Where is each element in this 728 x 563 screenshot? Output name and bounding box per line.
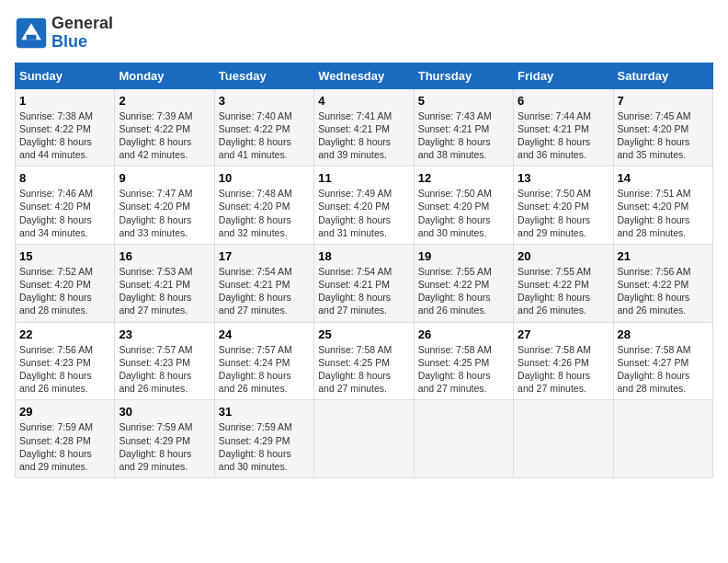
cal-cell: 14Sunrise: 7:51 AM Sunset: 4:20 PM Dayli…: [613, 167, 712, 245]
cell-info: Sunrise: 7:50 AM Sunset: 4:20 PM Dayligh…: [518, 187, 609, 239]
logo: GeneralBlue: [15, 15, 113, 52]
col-header-wednesday: Wednesday: [314, 63, 414, 88]
cal-cell: 1Sunrise: 7:38 AM Sunset: 4:22 PM Daylig…: [16, 88, 115, 167]
cal-cell: 27Sunrise: 7:58 AM Sunset: 4:26 PM Dayli…: [514, 322, 613, 400]
day-number: 8: [19, 171, 110, 185]
cal-cell: 24Sunrise: 7:57 AM Sunset: 4:24 PM Dayli…: [214, 322, 313, 400]
col-header-thursday: Thursday: [414, 63, 513, 88]
day-number: 5: [418, 94, 509, 108]
cell-info: Sunrise: 7:49 AM Sunset: 4:20 PM Dayligh…: [318, 187, 409, 239]
week-row-2: 8Sunrise: 7:46 AM Sunset: 4:20 PM Daylig…: [16, 167, 713, 245]
cal-cell: 8Sunrise: 7:46 AM Sunset: 4:20 PM Daylig…: [16, 167, 115, 245]
cell-info: Sunrise: 7:58 AM Sunset: 4:25 PM Dayligh…: [418, 343, 509, 396]
week-row-1: 1Sunrise: 7:38 AM Sunset: 4:22 PM Daylig…: [16, 88, 713, 167]
cal-cell: 5Sunrise: 7:43 AM Sunset: 4:21 PM Daylig…: [414, 88, 513, 167]
cal-cell: 10Sunrise: 7:48 AM Sunset: 4:20 PM Dayli…: [214, 167, 313, 245]
col-header-tuesday: Tuesday: [214, 63, 313, 88]
cal-cell: 29Sunrise: 7:59 AM Sunset: 4:28 PM Dayli…: [16, 400, 115, 478]
day-number: 3: [219, 94, 310, 108]
cal-cell: 18Sunrise: 7:54 AM Sunset: 4:21 PM Dayli…: [314, 244, 414, 322]
cell-info: Sunrise: 7:53 AM Sunset: 4:21 PM Dayligh…: [119, 265, 210, 317]
cell-info: Sunrise: 7:57 AM Sunset: 4:24 PM Dayligh…: [219, 343, 310, 396]
cell-info: Sunrise: 7:54 AM Sunset: 4:21 PM Dayligh…: [318, 265, 409, 317]
week-row-4: 22Sunrise: 7:56 AM Sunset: 4:23 PM Dayli…: [16, 322, 713, 400]
cal-cell: 30Sunrise: 7:59 AM Sunset: 4:29 PM Dayli…: [115, 400, 214, 478]
col-header-saturday: Saturday: [613, 63, 712, 88]
day-number: 4: [318, 94, 409, 108]
cal-cell: 19Sunrise: 7:55 AM Sunset: 4:22 PM Dayli…: [414, 244, 513, 322]
logo-icon: [15, 17, 48, 50]
cell-info: Sunrise: 7:47 AM Sunset: 4:20 PM Dayligh…: [119, 187, 210, 239]
day-number: 26: [418, 327, 509, 341]
cell-info: Sunrise: 7:44 AM Sunset: 4:21 PM Dayligh…: [518, 109, 609, 162]
day-number: 31: [219, 405, 310, 419]
cell-info: Sunrise: 7:46 AM Sunset: 4:20 PM Dayligh…: [19, 187, 110, 239]
cal-cell: 9Sunrise: 7:47 AM Sunset: 4:20 PM Daylig…: [115, 167, 214, 245]
cell-info: Sunrise: 7:40 AM Sunset: 4:22 PM Dayligh…: [219, 109, 310, 162]
cal-cell: 3Sunrise: 7:40 AM Sunset: 4:22 PM Daylig…: [214, 88, 313, 167]
day-number: 30: [119, 405, 210, 419]
day-number: 11: [318, 171, 409, 185]
day-number: 29: [19, 405, 110, 419]
cell-info: Sunrise: 7:55 AM Sunset: 4:22 PM Dayligh…: [518, 265, 609, 317]
cal-cell: [514, 400, 613, 478]
cal-cell: 22Sunrise: 7:56 AM Sunset: 4:23 PM Dayli…: [16, 322, 115, 400]
cal-cell: 23Sunrise: 7:57 AM Sunset: 4:23 PM Dayli…: [115, 322, 214, 400]
cell-info: Sunrise: 7:54 AM Sunset: 4:21 PM Dayligh…: [219, 265, 310, 317]
week-row-5: 29Sunrise: 7:59 AM Sunset: 4:28 PM Dayli…: [16, 400, 713, 478]
cal-cell: 28Sunrise: 7:58 AM Sunset: 4:27 PM Dayli…: [613, 322, 712, 400]
cell-info: Sunrise: 7:51 AM Sunset: 4:20 PM Dayligh…: [618, 187, 709, 239]
day-number: 10: [219, 171, 310, 185]
cell-info: Sunrise: 7:56 AM Sunset: 4:22 PM Dayligh…: [618, 265, 709, 317]
cell-info: Sunrise: 7:59 AM Sunset: 4:29 PM Dayligh…: [219, 420, 310, 473]
cal-cell: 16Sunrise: 7:53 AM Sunset: 4:21 PM Dayli…: [115, 244, 214, 322]
cal-cell: 13Sunrise: 7:50 AM Sunset: 4:20 PM Dayli…: [514, 167, 613, 245]
cell-info: Sunrise: 7:59 AM Sunset: 4:28 PM Dayligh…: [19, 420, 110, 473]
day-number: 12: [418, 171, 509, 185]
day-number: 24: [219, 327, 310, 341]
logo-text: GeneralBlue: [51, 15, 113, 52]
cell-info: Sunrise: 7:41 AM Sunset: 4:21 PM Dayligh…: [318, 109, 409, 162]
cell-info: Sunrise: 7:59 AM Sunset: 4:29 PM Dayligh…: [119, 420, 210, 473]
col-header-monday: Monday: [115, 63, 214, 88]
day-number: 17: [219, 249, 310, 263]
day-number: 1: [19, 94, 110, 108]
cell-info: Sunrise: 7:48 AM Sunset: 4:20 PM Dayligh…: [219, 187, 310, 239]
week-row-3: 15Sunrise: 7:52 AM Sunset: 4:20 PM Dayli…: [16, 244, 713, 322]
day-number: 22: [19, 327, 110, 341]
cell-info: Sunrise: 7:58 AM Sunset: 4:25 PM Dayligh…: [318, 343, 409, 396]
day-number: 6: [518, 94, 609, 108]
day-number: 15: [19, 249, 110, 263]
header-row: SundayMondayTuesdayWednesdayThursdayFrid…: [16, 63, 713, 88]
cal-cell: [414, 400, 513, 478]
day-number: 9: [119, 171, 210, 185]
day-number: 2: [119, 94, 210, 108]
cell-info: Sunrise: 7:39 AM Sunset: 4:22 PM Dayligh…: [119, 109, 210, 162]
cal-cell: 6Sunrise: 7:44 AM Sunset: 4:21 PM Daylig…: [514, 88, 613, 167]
cell-info: Sunrise: 7:50 AM Sunset: 4:20 PM Dayligh…: [418, 187, 509, 239]
day-number: 20: [518, 249, 609, 263]
cal-cell: [613, 400, 712, 478]
cal-cell: 20Sunrise: 7:55 AM Sunset: 4:22 PM Dayli…: [514, 244, 613, 322]
cal-cell: [314, 400, 414, 478]
cal-cell: 31Sunrise: 7:59 AM Sunset: 4:29 PM Dayli…: [214, 400, 313, 478]
cal-cell: 11Sunrise: 7:49 AM Sunset: 4:20 PM Dayli…: [314, 167, 414, 245]
day-number: 16: [119, 249, 210, 263]
calendar-table: SundayMondayTuesdayWednesdayThursdayFrid…: [15, 63, 713, 478]
svg-rect-2: [27, 35, 37, 40]
cell-info: Sunrise: 7:38 AM Sunset: 4:22 PM Dayligh…: [19, 109, 110, 162]
day-number: 21: [618, 249, 709, 263]
cell-info: Sunrise: 7:56 AM Sunset: 4:23 PM Dayligh…: [19, 343, 110, 396]
header: GeneralBlue: [15, 15, 713, 52]
cell-info: Sunrise: 7:58 AM Sunset: 4:26 PM Dayligh…: [518, 343, 609, 396]
cal-cell: 15Sunrise: 7:52 AM Sunset: 4:20 PM Dayli…: [16, 244, 115, 322]
cal-cell: 21Sunrise: 7:56 AM Sunset: 4:22 PM Dayli…: [613, 244, 712, 322]
cell-info: Sunrise: 7:52 AM Sunset: 4:20 PM Dayligh…: [19, 265, 110, 317]
day-number: 23: [119, 327, 210, 341]
day-number: 19: [418, 249, 509, 263]
cal-cell: 12Sunrise: 7:50 AM Sunset: 4:20 PM Dayli…: [414, 167, 513, 245]
cal-cell: 17Sunrise: 7:54 AM Sunset: 4:21 PM Dayli…: [214, 244, 313, 322]
day-number: 14: [618, 171, 709, 185]
cell-info: Sunrise: 7:58 AM Sunset: 4:27 PM Dayligh…: [618, 343, 709, 396]
day-number: 27: [518, 327, 609, 341]
